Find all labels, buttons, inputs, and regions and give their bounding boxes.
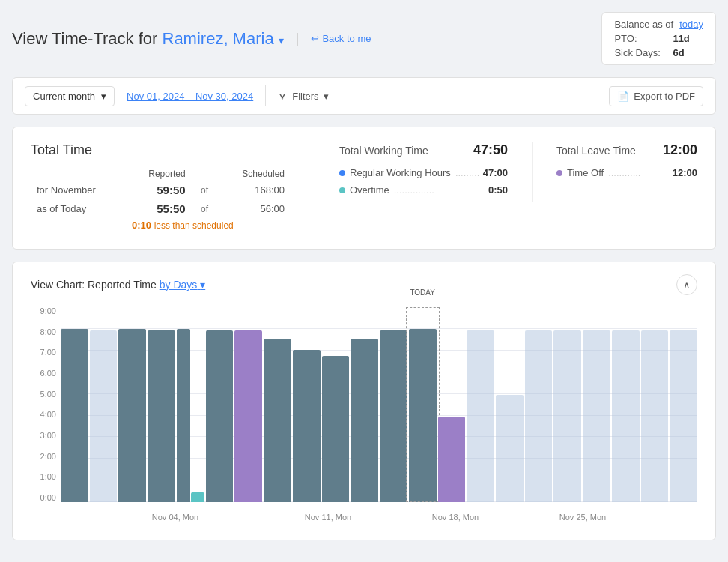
chart-header: View Chart: Reported Time by Days ▾ ∧ bbox=[31, 274, 697, 295]
bar-group bbox=[148, 307, 175, 502]
date-range[interactable]: Nov 01, 2024 – Nov 30, 2024 bbox=[127, 91, 253, 102]
chevron-down-icon: ▾ bbox=[101, 91, 106, 102]
chart-y-axis: 9:00 8:00 7:00 6:00 5:00 4:00 3:00 2:00 … bbox=[31, 307, 61, 502]
chart-container: 9:00 8:00 7:00 6:00 5:00 4:00 3:00 2:00 … bbox=[31, 307, 697, 525]
bar-group bbox=[264, 307, 291, 502]
balance-box: Balance as of today PTO: 11d Sick Days: … bbox=[601, 12, 716, 65]
export-button[interactable]: 📄 Export to PDF bbox=[609, 86, 703, 106]
bar-group bbox=[438, 307, 466, 502]
bar-group bbox=[496, 307, 524, 502]
bar bbox=[293, 350, 321, 502]
bar-group bbox=[206, 307, 234, 502]
blue-dot-icon bbox=[339, 170, 345, 176]
pdf-icon: 📄 bbox=[617, 91, 629, 102]
bar bbox=[234, 330, 262, 502]
working-time-section: Total Working Time 47:50 Regular Working… bbox=[315, 142, 533, 202]
header-divider: | bbox=[296, 31, 300, 46]
filter-button[interactable]: ⛛ Filters ▾ bbox=[278, 91, 328, 102]
stats-card: Total Time Reported Scheduled for Novemb… bbox=[12, 127, 716, 250]
bar-group bbox=[118, 307, 146, 502]
bar bbox=[438, 417, 466, 502]
bar bbox=[583, 330, 610, 502]
page-header: View Time-Track for Ramirez, Maria ▾ | ↩… bbox=[12, 12, 716, 65]
bar bbox=[525, 330, 553, 502]
page-container: View Time-Track for Ramirez, Maria ▾ | ↩… bbox=[0, 0, 728, 562]
bar-group bbox=[467, 307, 494, 502]
overtime-row: Overtime ............... 0:50 bbox=[339, 184, 508, 196]
header-left: View Time-Track for Ramirez, Maria ▾ | ↩… bbox=[12, 29, 371, 49]
bar-teal bbox=[191, 492, 204, 502]
chart-x-labels: Nov 04, Mon Nov 11, Mon Nov 18, Mon Nov … bbox=[61, 502, 697, 525]
bar bbox=[177, 329, 190, 502]
working-value: 47:50 bbox=[473, 142, 508, 158]
bar-group bbox=[612, 307, 640, 502]
month-select[interactable]: Current month ▾ bbox=[25, 86, 115, 106]
total-time-section: Total Time Reported Scheduled for Novemb… bbox=[31, 142, 315, 234]
time-table: Reported Scheduled for November 59:50 of… bbox=[31, 167, 291, 234]
chart-section: View Chart: Reported Time by Days ▾ ∧ 9:… bbox=[12, 262, 716, 540]
bar bbox=[322, 356, 350, 502]
bar-group bbox=[234, 307, 262, 502]
bar-group bbox=[670, 307, 697, 502]
leave-value: 12:00 bbox=[663, 142, 697, 158]
chart-type-link[interactable]: by Days ▾ bbox=[160, 279, 205, 291]
bar bbox=[61, 329, 88, 502]
bar bbox=[553, 330, 581, 502]
bar bbox=[380, 330, 407, 502]
bar-group bbox=[61, 307, 88, 502]
bar bbox=[90, 330, 118, 502]
leave-time-section: Total Leave Time 12:00 Time Off ........… bbox=[533, 142, 697, 184]
table-row: for November 59:50 of 168:00 bbox=[31, 181, 291, 199]
teal-dot-icon bbox=[339, 187, 345, 193]
collapse-button[interactable]: ∧ bbox=[676, 274, 697, 295]
name-dropdown-icon[interactable]: ▾ bbox=[279, 34, 284, 46]
chevron-up-icon: ∧ bbox=[683, 280, 691, 291]
bar-group: TODAY bbox=[409, 307, 437, 502]
bar-group bbox=[177, 307, 204, 502]
bar bbox=[264, 339, 291, 502]
today-marker: TODAY bbox=[410, 288, 435, 297]
regular-row: Regular Working Hours ............... 47… bbox=[339, 167, 508, 178]
toolbar-left: Current month ▾ Nov 01, 2024 – Nov 30, 2… bbox=[25, 85, 329, 106]
bar-group bbox=[380, 307, 407, 502]
pto-row: PTO: 11d bbox=[614, 33, 703, 44]
bar-group bbox=[641, 307, 669, 502]
filter-icon: ⛛ bbox=[278, 91, 288, 102]
bar bbox=[670, 330, 697, 502]
sick-value: 6d bbox=[673, 47, 684, 58]
working-header: Total Working Time 47:50 bbox=[339, 142, 508, 158]
toolbar-divider bbox=[265, 85, 266, 106]
pto-value: 11d bbox=[673, 33, 689, 44]
bar bbox=[118, 329, 146, 502]
bar bbox=[496, 395, 524, 502]
bar bbox=[467, 330, 494, 502]
timeoff-row: Time Off ............ 12:00 bbox=[556, 167, 697, 178]
bar-group bbox=[525, 307, 553, 502]
bar bbox=[409, 329, 437, 502]
balance-header-row: Balance as of today bbox=[614, 19, 703, 30]
toolbar: Current month ▾ Nov 01, 2024 – Nov 30, 2… bbox=[12, 77, 716, 115]
chart-title: View Chart: Reported Time by Days ▾ bbox=[31, 279, 205, 291]
bar bbox=[206, 330, 234, 502]
table-row: as of Today 55:50 of 56:00 bbox=[31, 199, 291, 218]
page-title: View Time-Track for Ramirez, Maria ▾ bbox=[12, 29, 284, 49]
bar bbox=[612, 330, 640, 502]
diff-row: 0:10 less than scheduled bbox=[31, 218, 291, 234]
chart-chevron-icon: ▾ bbox=[200, 279, 205, 291]
total-time-title: Total Time bbox=[31, 142, 291, 158]
filter-chevron-icon: ▾ bbox=[324, 91, 329, 102]
bar-group bbox=[322, 307, 350, 502]
bar bbox=[351, 339, 378, 502]
stats-top: Total Time Reported Scheduled for Novemb… bbox=[31, 142, 697, 234]
bar-group bbox=[351, 307, 378, 502]
leave-header: Total Leave Time 12:00 bbox=[556, 142, 697, 158]
bar-group bbox=[553, 307, 581, 502]
balance-date-link[interactable]: today bbox=[679, 19, 703, 30]
back-arrow-icon: ↩ bbox=[311, 33, 319, 44]
back-link[interactable]: ↩ Back to me bbox=[311, 33, 371, 44]
chart-bars-area: TODAY bbox=[61, 307, 697, 502]
bar-group bbox=[293, 307, 321, 502]
bar-group bbox=[583, 307, 610, 502]
bar bbox=[148, 330, 175, 502]
bar bbox=[641, 330, 669, 502]
